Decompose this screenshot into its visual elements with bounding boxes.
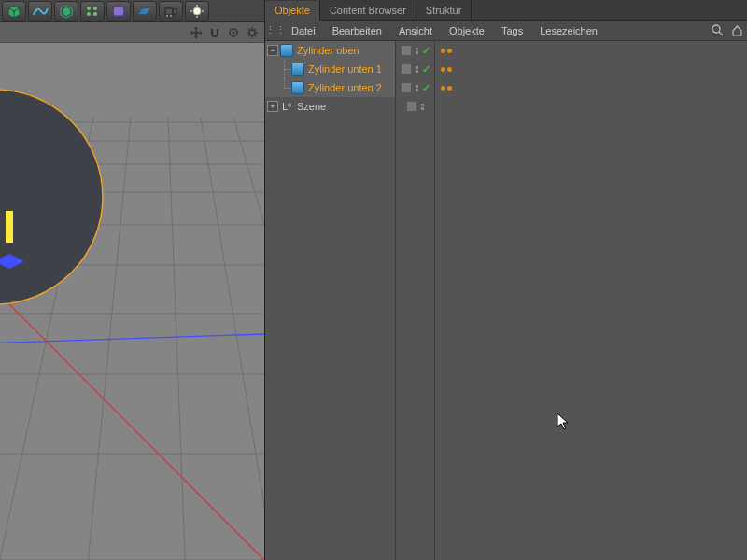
enable-check-icon[interactable]: ✓	[422, 82, 430, 94]
enable-check-icon[interactable]: ✓	[422, 45, 430, 57]
null-icon: L⁰	[280, 101, 293, 112]
svg-point-23	[233, 31, 235, 34]
svg-point-17	[193, 7, 201, 15]
tab-struktur[interactable]: Struktur	[416, 0, 472, 20]
gear-icon[interactable]	[246, 26, 259, 39]
object-label: Zylinder oben	[297, 45, 359, 56]
tab-label: Objekte	[275, 5, 310, 16]
enable-check-icon[interactable]: ✓	[422, 63, 430, 76]
tag-row[interactable]	[435, 60, 747, 78]
camera-tool[interactable]	[159, 1, 183, 21]
tree-layer-column: ✓ ✓ ✓	[396, 41, 435, 560]
3d-viewport[interactable]	[0, 43, 264, 560]
svg-line-45	[719, 32, 723, 35]
phong-tag-icon[interactable]	[441, 86, 445, 91]
visibility-dots-icon[interactable]	[416, 85, 418, 91]
layer-cell[interactable]: ✓	[396, 78, 434, 97]
svg-point-6	[87, 7, 91, 10]
array-tool[interactable]	[80, 1, 105, 21]
visibility-dots-icon[interactable]	[416, 48, 418, 54]
tab-label: Struktur	[426, 5, 462, 16]
tree-branch-icon	[278, 78, 291, 97]
magnet-icon[interactable]	[208, 26, 221, 39]
subdiv-tool[interactable]	[54, 1, 78, 21]
main-toolbar	[0, 0, 264, 22]
svg-marker-14	[173, 8, 176, 15]
menu-objekte[interactable]: Objekte	[442, 21, 492, 41]
x-axis	[0, 286, 264, 560]
tag-row[interactable]	[435, 41, 747, 60]
phong-tag-icon[interactable]	[447, 86, 452, 91]
z-axis	[0, 334, 264, 344]
layer-swatch-icon	[401, 63, 412, 75]
tree-row-zylinder-unten-2[interactable]: Zylinder unten 2	[265, 78, 395, 97]
search-icon[interactable]	[710, 23, 725, 38]
panel-tab-bar: Objekte Content Browser Struktur	[265, 0, 747, 21]
svg-point-24	[249, 30, 255, 35]
viewport-mini-toolbar	[0, 22, 264, 43]
svg-point-16	[169, 14, 173, 18]
menu-bearbeiten[interactable]: Bearbeiten	[325, 21, 389, 41]
reset-icon[interactable]	[227, 26, 240, 39]
tree-name-column: − Zylinder oben Zylinder unten 1 Zylinde…	[265, 41, 396, 560]
visibility-dots-icon[interactable]	[416, 66, 418, 73]
tag-row[interactable]	[435, 78, 747, 97]
object-tree[interactable]: − Zylinder oben Zylinder unten 1 Zylinde…	[265, 41, 747, 560]
layer-cell[interactable]: ✓	[396, 60, 434, 78]
tree-row-zylinder-oben[interactable]: − Zylinder oben	[265, 41, 395, 60]
move-gizmo-icon[interactable]	[190, 26, 203, 39]
floor-tool[interactable]	[133, 1, 157, 21]
svg-point-7	[93, 7, 97, 10]
phong-tag-icon[interactable]	[441, 67, 445, 72]
tree-row-zylinder-unten-1[interactable]: Zylinder unten 1	[265, 60, 395, 78]
svg-point-44	[712, 25, 720, 33]
light-tool[interactable]	[185, 1, 209, 21]
expander-icon[interactable]: −	[267, 45, 278, 56]
tag-row	[435, 97, 747, 116]
cylinder-icon	[280, 44, 293, 57]
tree-tags-column	[435, 41, 747, 560]
svg-point-15	[165, 14, 169, 18]
menu-datei[interactable]: Datei	[284, 21, 323, 41]
home-icon[interactable]	[729, 23, 744, 38]
visibility-dots-icon[interactable]	[421, 104, 424, 110]
phong-tag-icon[interactable]	[441, 49, 445, 53]
tree-row-szene[interactable]: + L⁰ Szene	[265, 97, 395, 116]
layer-swatch-icon	[406, 101, 417, 112]
menu-tags[interactable]: Tags	[494, 21, 530, 41]
object-manager-panel: Objekte Content Browser Struktur ⋮⋮ Date…	[264, 0, 747, 560]
svg-point-8	[87, 12, 91, 16]
object-label: Zylinder unten 2	[308, 82, 382, 93]
menu-ansicht[interactable]: Ansicht	[391, 21, 440, 41]
expander-icon[interactable]: +	[267, 101, 278, 112]
object-label: Zylinder unten 1	[308, 63, 382, 75]
svg-point-9	[93, 12, 97, 16]
cylinder-icon	[291, 81, 304, 94]
tree-branch-icon	[278, 60, 291, 78]
cube-tool[interactable]	[2, 1, 26, 21]
svg-line-40	[201, 118, 264, 560]
spline-tool[interactable]	[28, 1, 52, 21]
phong-tag-icon[interactable]	[447, 49, 452, 53]
cylinder-icon	[291, 63, 304, 76]
app-root: Objekte Content Browser Struktur ⋮⋮ Date…	[0, 0, 747, 560]
tab-objekte[interactable]: Objekte	[265, 1, 320, 21]
object-label: Szene	[297, 101, 326, 112]
deformer-tool[interactable]	[106, 1, 131, 21]
phong-tag-icon[interactable]	[447, 67, 452, 72]
layer-cell[interactable]	[396, 97, 434, 116]
layer-swatch-icon	[401, 82, 412, 93]
tab-content-browser[interactable]: Content Browser	[320, 0, 416, 20]
layer-cell[interactable]: ✓	[396, 41, 434, 60]
tab-label: Content Browser	[330, 5, 406, 16]
svg-line-39	[168, 118, 187, 560]
menu-lesezeichen[interactable]: Lesezeichen	[532, 21, 605, 41]
svg-marker-10	[138, 8, 151, 14]
grip-icon[interactable]: ⋮⋮	[269, 24, 282, 36]
panel-menu-bar: ⋮⋮ Datei Bearbeiten Ansicht Objekte Tags…	[265, 21, 747, 41]
gizmo-y-handle	[6, 211, 13, 243]
svg-line-41	[233, 118, 264, 560]
svg-marker-5	[63, 7, 70, 16]
layer-swatch-icon	[401, 45, 412, 56]
viewport-column	[0, 0, 264, 560]
